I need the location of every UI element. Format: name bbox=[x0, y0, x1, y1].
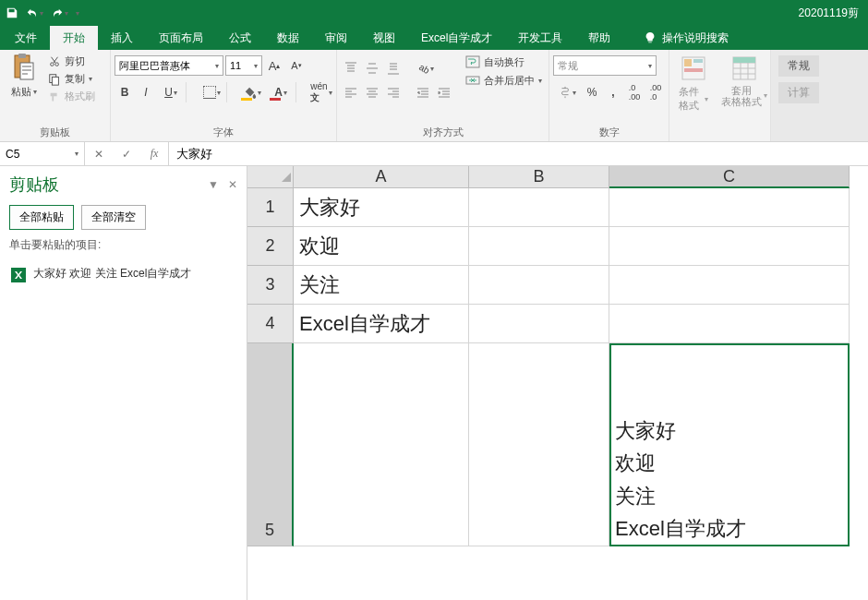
insert-function-button[interactable]: fx bbox=[140, 147, 168, 161]
svg-rect-4 bbox=[52, 77, 58, 85]
cell-B2[interactable] bbox=[469, 227, 609, 266]
accounting-format-button[interactable]: ▾ bbox=[553, 82, 581, 102]
tab-addin[interactable]: Excel自学成才 bbox=[408, 26, 505, 50]
phonetic-button[interactable]: wén文▾ bbox=[307, 82, 335, 102]
align-right-button[interactable] bbox=[383, 83, 404, 103]
ribbon-tabs: 文件 开始 插入 页面布局 公式 数据 审阅 视图 Excel自学成才 开发工具… bbox=[0, 26, 868, 50]
save-button[interactable] bbox=[6, 6, 18, 19]
redo-button[interactable]: ▾ bbox=[51, 6, 68, 19]
cell-A1[interactable]: 大家好 bbox=[294, 188, 469, 227]
decrease-font-button[interactable]: A▾ bbox=[286, 55, 307, 76]
row-header-4[interactable]: 4 bbox=[247, 305, 294, 343]
cell-C3[interactable] bbox=[609, 266, 850, 305]
group-label-alignment: 对齐方式 bbox=[341, 124, 545, 141]
col-header-A[interactable]: A bbox=[294, 166, 469, 188]
border-icon bbox=[203, 86, 216, 99]
clear-all-button[interactable]: 全部清空 bbox=[81, 205, 146, 230]
pane-close-button[interactable]: ✕ bbox=[228, 178, 237, 191]
align-top-button[interactable] bbox=[341, 58, 361, 78]
clipboard-pane: 剪贴板 ▼ ✕ 全部粘贴 全部清空 单击要粘贴的项目: 大家好 欢迎 关注 Ex… bbox=[0, 166, 247, 600]
font-color-button[interactable]: A▾ bbox=[267, 82, 295, 102]
cell-B3[interactable] bbox=[469, 266, 609, 305]
tab-data[interactable]: 数据 bbox=[264, 26, 312, 50]
quick-access-toolbar: ▾ ▾ ▾ bbox=[6, 6, 79, 19]
clipboard-item[interactable]: 大家好 欢迎 关注 Excel自学成才 bbox=[9, 260, 237, 288]
cell-B5[interactable] bbox=[469, 343, 609, 546]
document-title: 20201119剪 bbox=[79, 6, 862, 21]
pane-options-button[interactable]: ▼ bbox=[208, 178, 219, 191]
pane-title: 剪贴板 bbox=[9, 174, 59, 196]
select-all-corner[interactable] bbox=[247, 166, 294, 188]
group-view: 常规 计算 bbox=[771, 50, 868, 141]
font-name-select[interactable]: 阿里巴巴普惠体▾ bbox=[115, 55, 223, 76]
copy-button[interactable]: 复制▾ bbox=[46, 71, 97, 87]
formula-input[interactable] bbox=[169, 142, 868, 165]
conditional-formatting-button[interactable]: 条件格式▾ bbox=[673, 52, 714, 114]
tab-help[interactable]: 帮助 bbox=[575, 26, 623, 50]
align-bottom-button[interactable] bbox=[383, 58, 404, 78]
percent-button[interactable]: % bbox=[582, 82, 602, 102]
tab-review[interactable]: 审阅 bbox=[312, 26, 360, 50]
cell-C2[interactable] bbox=[609, 227, 850, 266]
cell-A5[interactable] bbox=[294, 343, 469, 546]
col-header-C[interactable]: C bbox=[609, 166, 850, 188]
undo-button[interactable]: ▾ bbox=[26, 6, 43, 19]
tab-file[interactable]: 文件 bbox=[2, 26, 50, 50]
tell-me-search[interactable]: 操作说明搜索 bbox=[631, 26, 741, 50]
cell-B1[interactable] bbox=[469, 188, 609, 227]
italic-button[interactable]: I bbox=[136, 82, 156, 102]
cell-B4[interactable] bbox=[469, 305, 609, 343]
underline-button[interactable]: U▾ bbox=[157, 82, 185, 102]
align-left-button[interactable] bbox=[341, 83, 361, 103]
tab-page-layout[interactable]: 页面布局 bbox=[146, 26, 216, 50]
row-header-1[interactable]: 1 bbox=[247, 188, 294, 227]
cell-A4[interactable]: Excel自学成才 bbox=[294, 305, 469, 343]
decrease-decimal-button[interactable]: .00.0 bbox=[645, 82, 666, 102]
cell-C4[interactable] bbox=[609, 305, 850, 343]
font-size-select[interactable]: 11▾ bbox=[225, 55, 262, 76]
row-header-3[interactable]: 3 bbox=[247, 266, 294, 305]
col-header-B[interactable]: B bbox=[469, 166, 609, 188]
increase-decimal-button[interactable]: .0.00 bbox=[624, 82, 645, 102]
format-as-table-button[interactable]: 套用 表格格式▾ bbox=[716, 52, 773, 109]
cell-A2[interactable]: 欢迎 bbox=[294, 227, 469, 266]
orientation-button[interactable]: ab▾ bbox=[413, 58, 440, 78]
tab-view[interactable]: 视图 bbox=[360, 26, 408, 50]
decrease-indent-button[interactable] bbox=[413, 83, 433, 103]
group-clipboard: 粘贴▾ 剪切 复制▾ 格式刷 剪贴板 bbox=[0, 50, 111, 141]
row-header-5[interactable]: 5 bbox=[247, 343, 294, 546]
view-calc-button[interactable]: 计算 bbox=[778, 82, 819, 103]
worksheet[interactable]: A B C 1 大家好 2 欢迎 3 关注 4 Excel自学成才 bbox=[247, 166, 868, 600]
wrap-text-button[interactable]: 自动换行 bbox=[464, 54, 544, 70]
bold-button[interactable]: B bbox=[115, 82, 135, 102]
increase-indent-button[interactable] bbox=[434, 83, 454, 103]
row-header-2[interactable]: 2 bbox=[247, 227, 294, 266]
group-label-styles bbox=[673, 126, 766, 141]
tab-insert[interactable]: 插入 bbox=[98, 26, 146, 50]
comma-button[interactable]: , bbox=[603, 82, 623, 102]
name-box[interactable]: C5▾ bbox=[0, 142, 85, 165]
format-painter-button[interactable]: 格式刷 bbox=[46, 89, 97, 104]
view-normal-button[interactable]: 常规 bbox=[778, 55, 819, 77]
border-button[interactable]: ▾ bbox=[198, 82, 225, 102]
group-label-clipboard: 剪贴板 bbox=[4, 124, 106, 141]
paste-button[interactable]: 粘贴▾ bbox=[4, 52, 44, 101]
group-alignment: ab▾ 自动换行 合并后居中▾ bbox=[337, 50, 549, 141]
cell-A3[interactable]: 关注 bbox=[294, 266, 469, 305]
confirm-entry-button[interactable]: ✓ bbox=[113, 148, 140, 161]
merge-center-button[interactable]: 合并后居中▾ bbox=[464, 72, 544, 89]
cut-button[interactable]: 剪切 bbox=[46, 54, 97, 69]
tab-home[interactable]: 开始 bbox=[50, 26, 98, 50]
tab-formulas[interactable]: 公式 bbox=[216, 26, 264, 50]
cell-C5[interactable]: 大家好 欢迎 关注 Excel自学成才 bbox=[609, 343, 850, 546]
align-center-button[interactable] bbox=[362, 83, 382, 103]
tab-developer[interactable]: 开发工具 bbox=[505, 26, 575, 50]
separator bbox=[226, 82, 237, 102]
paste-all-button[interactable]: 全部粘贴 bbox=[9, 205, 74, 230]
align-middle-button[interactable] bbox=[362, 58, 382, 78]
cancel-entry-button[interactable]: ✕ bbox=[85, 148, 113, 161]
number-format-select[interactable]: 常规▾ bbox=[553, 55, 657, 76]
fill-color-button[interactable]: ▾ bbox=[238, 82, 266, 102]
cell-C1[interactable] bbox=[609, 188, 850, 227]
increase-font-button[interactable]: A▴ bbox=[264, 55, 284, 76]
